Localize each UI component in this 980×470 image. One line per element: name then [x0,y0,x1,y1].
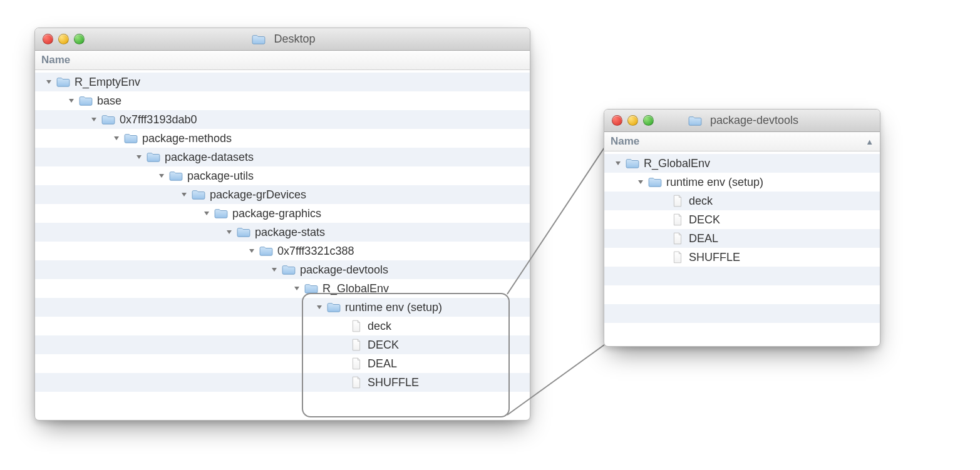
column-header-name: Name [41,54,70,66]
titlebar[interactable]: Desktop [35,28,530,51]
disclosure-triangle-icon[interactable] [292,285,302,292]
folder-icon [236,226,251,238]
item-label: SHUFFLE [688,251,740,264]
item-label: R_EmptyEnv [74,76,140,89]
tree-row[interactable]: runtime env (setup) [604,173,880,192]
tree-row[interactable]: 0x7fff3321c388 [35,242,530,260]
tree-row[interactable]: runtime env (setup) [35,298,530,317]
column-header[interactable]: Name [35,51,530,70]
folder-icon [326,301,341,314]
item-label: package-methods [142,132,232,145]
folder-icon [214,207,229,220]
disclosure-triangle-icon[interactable] [202,210,212,217]
item-label: DEAL [367,357,397,370]
item-label: base [96,95,121,108]
item-label: DECK [367,339,399,352]
close-icon[interactable] [43,34,53,44]
folder-icon [304,282,319,295]
item-label: R_GlobalEnv [643,157,710,170]
titlebar[interactable]: package-devtools [604,110,880,132]
tree-row[interactable] [604,267,880,285]
tree-row[interactable]: package-utils [35,166,530,185]
sort-ascending-icon[interactable]: ▲ [865,137,874,146]
tree-row[interactable]: DECK [604,210,880,229]
window-controls [43,34,85,44]
tree-row[interactable]: R_GlobalEnv [604,154,880,173]
tree-row[interactable]: DEAL [604,229,880,248]
folder-icon [101,113,116,126]
folder-icon [688,115,703,127]
file-icon [349,320,364,332]
disclosure-triangle-icon[interactable] [111,135,121,141]
file-icon [670,195,685,207]
tree-row[interactable]: package-methods [35,129,530,148]
finder-window-package-devtools: package-devtools Name ▲ R_GlobalEnvrunti… [604,109,880,347]
disclosure-triangle-icon[interactable] [247,248,257,254]
disclosure-triangle-icon[interactable] [636,179,646,185]
item-label: deck [688,195,713,208]
item-label: package-devtools [299,263,388,277]
disclosure-triangle-icon[interactable] [89,116,99,123]
window-title: Desktop [35,33,530,46]
zoom-icon[interactable] [74,34,85,44]
tree-row[interactable]: SHUFFLE [604,248,880,267]
tree-row[interactable]: package-datasets [35,148,530,166]
folder-icon [78,95,93,107]
tree-row[interactable]: deck [604,192,880,210]
item-label: 0x7fff3321c388 [277,245,354,258]
column-header[interactable]: Name ▲ [604,132,880,151]
disclosure-triangle-icon[interactable] [134,154,144,160]
close-icon[interactable] [612,115,622,126]
folder-icon [625,157,640,170]
tree-row[interactable]: 0x7fff3193dab0 [35,110,530,129]
tree-row[interactable]: deck [35,317,530,335]
tree-row[interactable]: package-devtools [35,260,530,279]
tree-row[interactable]: R_EmptyEnv [35,73,530,91]
item-label: deck [367,320,391,333]
window-controls [612,115,654,126]
item-label: package-stats [254,226,325,239]
disclosure-triangle-icon[interactable] [224,229,234,235]
tree-row[interactable]: package-grDevices [35,185,530,204]
disclosure-triangle-icon[interactable] [66,98,76,104]
file-icon [670,232,685,245]
folder-icon [56,76,71,88]
folder-icon [251,33,266,46]
file-icon [670,251,685,263]
minimize-icon[interactable] [58,34,69,44]
file-tree: R_EmptyEnvbase0x7fff3193dab0package-meth… [35,70,530,394]
tree-row[interactable]: package-graphics [35,204,530,223]
file-icon [670,213,685,226]
disclosure-triangle-icon[interactable] [269,267,279,273]
tree-row[interactable]: R_GlobalEnv [35,279,530,298]
minimize-icon[interactable] [627,115,638,126]
tree-row[interactable]: base [35,91,530,110]
tree-row[interactable]: DECK [35,335,530,354]
tree-row[interactable] [604,285,880,304]
item-label: package-utils [187,170,254,183]
column-header-name: Name [611,135,639,148]
file-icon [349,376,364,389]
disclosure-triangle-icon[interactable] [179,192,189,198]
tree-row[interactable]: DEAL [35,354,530,373]
item-label: runtime env (setup) [666,176,763,189]
zoom-icon[interactable] [643,115,654,126]
tree-row[interactable]: SHUFFLE [35,373,530,392]
disclosure-triangle-icon[interactable] [314,304,324,310]
item-label: R_GlobalEnv [322,282,389,295]
file-icon [349,357,364,370]
disclosure-triangle-icon[interactable] [157,173,167,179]
item-label: 0x7fff3193dab0 [119,113,197,126]
folder-icon [259,245,274,257]
window-title-text: Desktop [274,33,315,46]
folder-icon [647,176,663,188]
item-label: package-datasets [164,151,254,164]
tree-row[interactable] [604,323,880,342]
item-label: package-grDevices [209,188,306,202]
item-label: package-graphics [232,207,321,220]
tree-row[interactable]: package-stats [35,223,530,242]
tree-row[interactable] [604,304,880,323]
disclosure-triangle-icon[interactable] [44,79,54,85]
item-label: DECK [688,213,720,227]
disclosure-triangle-icon[interactable] [613,160,623,166]
